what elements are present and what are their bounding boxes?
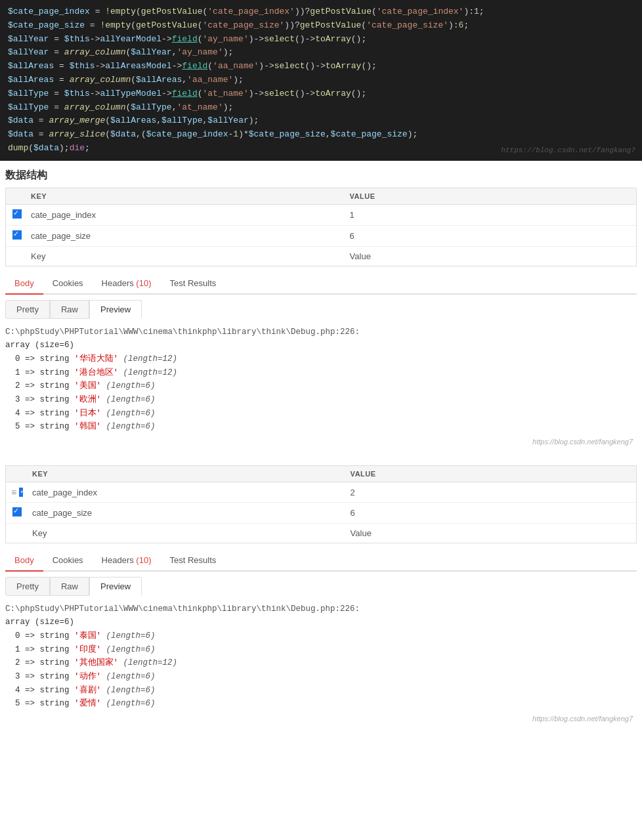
code-line-5: $allAreas = $this->allAreasModel->field(… bbox=[8, 60, 634, 74]
table-row: cate_page_size 6 bbox=[6, 225, 636, 246]
output-item-1-4: 4 => string '日本' (length=6) bbox=[5, 407, 637, 421]
key-cell-2-1: cate_page_index bbox=[26, 482, 344, 503]
code-line-4: $allYear = array_column($allYear,'ay_nam… bbox=[8, 46, 634, 60]
code-line-10: $data = array_slice($data,($cate_page_in… bbox=[8, 128, 634, 142]
output-item-2-3: 3 => string '动作' (length=6) bbox=[5, 670, 637, 684]
checkbox-cell-2-2[interactable] bbox=[6, 503, 26, 524]
sub-tab-raw-1[interactable]: Raw bbox=[50, 300, 89, 319]
sub-tabs-bar-2: Pretty Raw Preview bbox=[5, 577, 637, 596]
sub-tab-pretty-2[interactable]: Pretty bbox=[5, 577, 50, 596]
value-cell-1-2: 6 bbox=[343, 225, 636, 246]
code-line-3: $allYear = $this->allYearModel->field('a… bbox=[8, 33, 634, 47]
data-table-2: KEY VALUE ≡ cate_page_index 2 cate_page_… bbox=[5, 465, 637, 543]
tab-body-1[interactable]: Body bbox=[5, 273, 43, 295]
code-line-2: $cate_page_size = !empty(getPostValue('c… bbox=[8, 19, 634, 33]
code-line-8: $allType = array_column($allType,'at_nam… bbox=[8, 101, 634, 115]
watermark-1: https://blog.csdn.net/fangkeng7 bbox=[0, 434, 642, 450]
headers-badge-1: (10) bbox=[136, 278, 151, 288]
table-header-row-1: KEY VALUE bbox=[6, 188, 636, 205]
drag-icon-2-1: ≡ bbox=[11, 487, 16, 497]
table-row-placeholder-2: Key Value bbox=[6, 523, 636, 543]
checkbox-cell-1-1[interactable] bbox=[6, 204, 24, 225]
output-item-1-0: 0 => string '华语大陆' (length=12) bbox=[5, 352, 637, 366]
output-array-1: array (size=6) bbox=[5, 339, 637, 352]
code-block: $cate_page_index = !empty(getPostValue('… bbox=[0, 0, 642, 161]
key-cell-2-2: cate_page_size bbox=[26, 503, 344, 524]
value-cell-1-1: 1 bbox=[343, 204, 636, 225]
section-title: 数据结构 bbox=[5, 161, 642, 188]
th-value-2: VALUE bbox=[344, 466, 636, 482]
watermark-2: https://blog.csdn.net/fangkeng7 bbox=[0, 711, 642, 726]
output-item-1-1: 1 => string '港台地区' (length=12) bbox=[5, 366, 637, 380]
checkbox-icon-1-2[interactable] bbox=[12, 230, 22, 240]
th-checkbox-2 bbox=[6, 466, 26, 482]
checkbox-cell-2-1[interactable]: ≡ bbox=[6, 482, 26, 503]
value-cell-2-2: 6 bbox=[344, 503, 636, 524]
table-row: cate_page_index 1 bbox=[6, 204, 636, 225]
output-item-1-2: 2 => string '美国' (length=6) bbox=[5, 379, 637, 393]
table-row-placeholder: Key Value bbox=[6, 246, 636, 266]
sub-tab-raw-2[interactable]: Raw bbox=[50, 577, 89, 596]
table-2: KEY VALUE ≡ cate_page_index 2 cate_page_… bbox=[6, 466, 636, 543]
checkbox-icon-2-2[interactable] bbox=[12, 507, 22, 516]
th-checkbox-1 bbox=[6, 188, 24, 205]
tab-cookies-2[interactable]: Cookies bbox=[43, 550, 93, 572]
checkbox-cell-2-3 bbox=[6, 523, 26, 543]
checkbox-icon-1-1[interactable] bbox=[12, 209, 22, 219]
output-item-2-5: 5 => string '爱情' (length=6) bbox=[5, 697, 637, 711]
data-table-1: KEY VALUE cate_page_index 1 cate_page_si… bbox=[5, 188, 637, 266]
output-block-1: C:\phpStudy\PHPTutorial\WWW\cinema\think… bbox=[5, 326, 637, 434]
output-item-2-4: 4 => string '喜剧' (length=6) bbox=[5, 684, 637, 698]
value-placeholder-1[interactable]: Value bbox=[343, 246, 636, 266]
table-row: ≡ cate_page_index 2 bbox=[6, 482, 636, 503]
key-placeholder-1[interactable]: Key bbox=[24, 246, 343, 266]
code-line-7: $allType = $this->allTypeModel->field('a… bbox=[8, 87, 634, 101]
key-cell-1-2: cate_page_size bbox=[24, 225, 343, 246]
th-key-1: KEY bbox=[24, 188, 343, 205]
key-placeholder-2[interactable]: Key bbox=[26, 523, 344, 543]
code-line-6: $allAreas = array_column($allAreas,'aa_n… bbox=[8, 74, 634, 87]
value-cell-2-1: 2 bbox=[344, 482, 636, 503]
code-line-9: $data = array_merge($allAreas,$allType,$… bbox=[8, 114, 634, 128]
tabs-bar-1: Body Cookies Headers (10) Test Results bbox=[5, 273, 637, 295]
tab-cookies-1[interactable]: Cookies bbox=[43, 273, 93, 295]
key-cell-1-1: cate_page_index bbox=[24, 204, 343, 225]
table-1: KEY VALUE cate_page_index 1 cate_page_si… bbox=[6, 188, 636, 266]
code-watermark: https://blog.csdn.net/fangkang7 bbox=[501, 145, 635, 157]
th-key-2: KEY bbox=[26, 466, 344, 482]
code-line-1: $cate_page_index = !empty(getPostValue('… bbox=[8, 5, 634, 19]
tab-testresults-1[interactable]: Test Results bbox=[160, 273, 225, 295]
output-item-1-5: 5 => string '韩国' (length=6) bbox=[5, 420, 637, 434]
output-block-2: C:\phpStudy\PHPTutorial\WWW\cinema\think… bbox=[5, 602, 637, 711]
sub-tab-preview-2[interactable]: Preview bbox=[89, 577, 142, 596]
output-path-1: C:\phpStudy\PHPTutorial\WWW\cinema\think… bbox=[5, 326, 637, 339]
headers-badge-2: (10) bbox=[136, 555, 151, 565]
tab-headers-2[interactable]: Headers (10) bbox=[93, 550, 161, 572]
output-item-2-2: 2 => string '其他国家' (length=12) bbox=[5, 656, 637, 670]
table-header-row-2: KEY VALUE bbox=[6, 466, 636, 482]
sub-tabs-bar-1: Pretty Raw Preview bbox=[5, 300, 637, 319]
output-path-2: C:\phpStudy\PHPTutorial\WWW\cinema\think… bbox=[5, 602, 637, 616]
tab-body-2[interactable]: Body bbox=[5, 550, 43, 572]
table-row: cate_page_size 6 bbox=[6, 503, 636, 524]
checkbox-cell-1-3 bbox=[6, 246, 24, 266]
th-value-1: VALUE bbox=[343, 188, 636, 205]
sub-tab-preview-1[interactable]: Preview bbox=[89, 300, 142, 319]
checkbox-icon-2-1[interactable] bbox=[19, 488, 23, 497]
output-item-1-3: 3 => string '欧洲' (length=6) bbox=[5, 393, 637, 407]
value-placeholder-2[interactable]: Value bbox=[344, 523, 636, 543]
tab-headers-1[interactable]: Headers (10) bbox=[93, 273, 161, 295]
output-array-2: array (size=6) bbox=[5, 616, 637, 629]
output-item-2-1: 1 => string '印度' (length=6) bbox=[5, 643, 637, 657]
output-item-2-0: 0 => string '泰国' (length=6) bbox=[5, 629, 637, 643]
sub-tab-pretty-1[interactable]: Pretty bbox=[5, 300, 50, 319]
tab-testresults-2[interactable]: Test Results bbox=[160, 550, 225, 572]
tabs-bar-2: Body Cookies Headers (10) Test Results bbox=[5, 550, 637, 572]
checkbox-cell-1-2[interactable] bbox=[6, 225, 24, 246]
